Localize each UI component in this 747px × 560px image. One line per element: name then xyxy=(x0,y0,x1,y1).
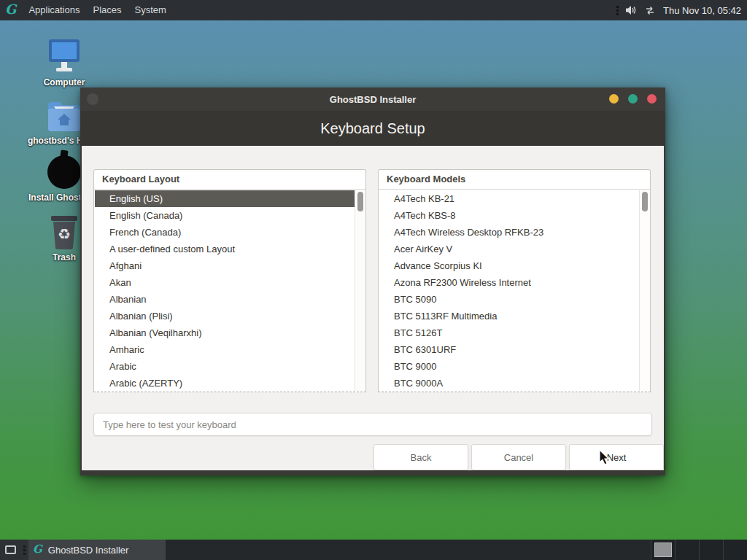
model-list-item[interactable]: Azona RF2300 Wireless Internet xyxy=(379,274,639,291)
keyboard-models-list: A4Tech KB-21 A4Tech KBS-8 A4Tech Wireles… xyxy=(379,190,639,392)
task-button-label: GhostBSD Installer xyxy=(48,545,129,556)
menu-places[interactable]: Places xyxy=(86,0,128,20)
top-menubar: G Applications Places System xyxy=(0,0,747,20)
desktop-icon-label: Computer xyxy=(24,77,104,88)
keyboard-layout-list: English (US) English (Canada) French (Ca… xyxy=(95,190,355,392)
tray-grip-handle[interactable] xyxy=(615,6,620,15)
installer-window: GhostBSD Installer Keyboard Setup Keyboa… xyxy=(80,88,665,475)
model-list-item[interactable]: BTC 5090 xyxy=(379,291,639,308)
layout-item-label: Arabic xyxy=(109,361,136,372)
workspace-switcher xyxy=(651,540,747,560)
layout-item-label: Afghani xyxy=(109,260,142,271)
model-list-item[interactable]: BTC 5126T xyxy=(379,324,639,341)
mouse-cursor xyxy=(598,449,611,470)
model-list-item[interactable]: BTC 6301URF xyxy=(379,341,639,358)
window-menu-button[interactable] xyxy=(87,93,98,105)
workspace-cell-2[interactable] xyxy=(675,540,699,560)
layout-list-item[interactable]: Albanian xyxy=(95,291,355,308)
layout-list-item[interactable]: Arabic (AZERTY) xyxy=(95,375,355,392)
cancel-button[interactable]: Cancel xyxy=(471,444,566,470)
computer-icon xyxy=(24,36,104,74)
layout-list-item[interactable]: Arabic xyxy=(95,358,355,375)
models-scrollbar-thumb[interactable] xyxy=(642,192,648,211)
ghostbsd-logo-icon[interactable]: G xyxy=(0,3,22,18)
model-item-label: A4Tech Wireless Desktop RFKB-23 xyxy=(394,227,543,238)
model-list-item[interactable]: BTC 5113RF Multimedia xyxy=(379,308,639,324)
bottom-taskbar: G GhostBSD Installer xyxy=(0,540,747,560)
layout-item-label: English (US) xyxy=(109,193,163,204)
layout-item-label: A user-defined custom Layout xyxy=(109,244,235,254)
layout-list-item[interactable]: Albanian (Plisi) xyxy=(95,308,355,324)
layout-item-label: Albanian (Veqilharxhi) xyxy=(109,327,201,338)
menu-system[interactable]: System xyxy=(128,0,173,20)
model-item-label: BTC 5090 xyxy=(394,294,437,305)
network-icon[interactable] xyxy=(644,6,656,15)
task-button-ghostbsd-installer[interactable]: G GhostBSD Installer xyxy=(28,540,166,560)
model-item-label: BTC 5126T xyxy=(394,327,442,338)
taskbar-grip-handle[interactable] xyxy=(20,540,28,560)
minimize-button[interactable] xyxy=(609,94,619,104)
keyboard-models-panel: Keyboard Models A4Tech KB-21 A4Tech KBS-… xyxy=(378,169,651,392)
model-item-label: Azona RF2300 Wireless Internet xyxy=(394,277,531,288)
window-titlebar[interactable]: GhostBSD Installer xyxy=(80,88,665,111)
model-list-item[interactable]: A4Tech Wireless Desktop RFKB-23 xyxy=(379,224,639,241)
layout-list-item[interactable]: French (Canada) xyxy=(95,224,355,241)
layout-list-item[interactable]: Akan xyxy=(95,274,355,291)
keyboard-models-title: Keyboard Models xyxy=(379,170,650,190)
menu-applications[interactable]: Applications xyxy=(22,0,86,20)
model-item-label: BTC 6301URF xyxy=(394,344,456,355)
window-list-button[interactable] xyxy=(0,540,20,560)
svg-text:♻: ♻ xyxy=(58,225,71,243)
model-item-label: Acer AirKey V xyxy=(394,244,452,254)
layout-item-label: English (Canada) xyxy=(109,210,182,221)
layout-list-item[interactable]: A user-defined custom Layout xyxy=(95,241,355,257)
layout-item-label: Arabic (AZERTY) xyxy=(109,378,182,389)
close-button[interactable] xyxy=(647,94,657,104)
layout-list-item[interactable]: English (US) xyxy=(95,190,355,207)
layout-item-label: Amharic xyxy=(109,344,144,355)
layout-scrollbar[interactable] xyxy=(355,190,365,391)
model-item-label: A4Tech KBS-8 xyxy=(394,210,456,221)
model-item-label: Advance Scorpius KI xyxy=(394,260,482,271)
desktop-icon-computer[interactable]: Computer xyxy=(24,36,104,88)
volume-icon[interactable] xyxy=(626,5,638,15)
model-list-item[interactable]: A4Tech KB-21 xyxy=(379,190,639,207)
keyboard-layout-title: Keyboard Layout xyxy=(94,170,365,190)
page-title: Keyboard Setup xyxy=(320,120,425,137)
model-item-label: BTC 9000A xyxy=(394,378,443,389)
layout-list-item[interactable]: Albanian (Veqilharxhi) xyxy=(95,324,355,341)
window-list-icon xyxy=(5,545,16,554)
model-list-item[interactable]: Advance Scorpius KI xyxy=(379,257,639,274)
keyboard-test-input[interactable] xyxy=(93,413,652,436)
layout-list-item[interactable]: Afghani xyxy=(95,257,355,274)
model-list-item[interactable]: BTC 9000A xyxy=(379,375,639,392)
workspace-cell-3[interactable] xyxy=(699,540,723,560)
model-list-item[interactable]: BTC 9000 xyxy=(379,358,639,375)
maximize-button[interactable] xyxy=(628,94,638,104)
model-item-label: BTC 9000 xyxy=(394,361,437,372)
layout-item-label: Akan xyxy=(109,277,131,288)
ghostbsd-logo-icon: G xyxy=(33,544,42,556)
model-item-label: A4Tech KB-21 xyxy=(394,193,454,204)
keyboard-layout-panel: Keyboard Layout English (US) English (Ca… xyxy=(93,169,366,392)
window-title: GhostBSD Installer xyxy=(330,94,416,105)
workspace-cell-1[interactable] xyxy=(651,540,675,560)
back-button[interactable]: Back xyxy=(374,444,468,470)
layout-scrollbar-thumb[interactable] xyxy=(357,192,363,211)
layout-item-label: French (Canada) xyxy=(109,227,181,238)
model-item-label: BTC 5113RF Multimedia xyxy=(394,311,497,322)
clock[interactable]: Thu Nov 10, 05:42 xyxy=(662,5,741,16)
window-content: Keyboard Layout English (US) English (Ca… xyxy=(82,146,664,470)
model-list-item[interactable]: Acer AirKey V xyxy=(379,241,639,257)
models-scrollbar[interactable] xyxy=(639,190,649,391)
next-button[interactable]: Next xyxy=(569,444,664,470)
desktop-screen: G Applications Places System xyxy=(0,0,747,560)
page-header: Keyboard Setup xyxy=(80,111,665,146)
workspace-cell-4[interactable] xyxy=(723,540,747,560)
layout-item-label: Albanian (Plisi) xyxy=(109,311,173,322)
layout-item-label: Albanian xyxy=(109,294,147,305)
layout-list-item[interactable]: English (Canada) xyxy=(95,207,355,224)
model-list-item[interactable]: A4Tech KBS-8 xyxy=(379,207,639,224)
layout-list-item[interactable]: Amharic xyxy=(95,341,355,358)
